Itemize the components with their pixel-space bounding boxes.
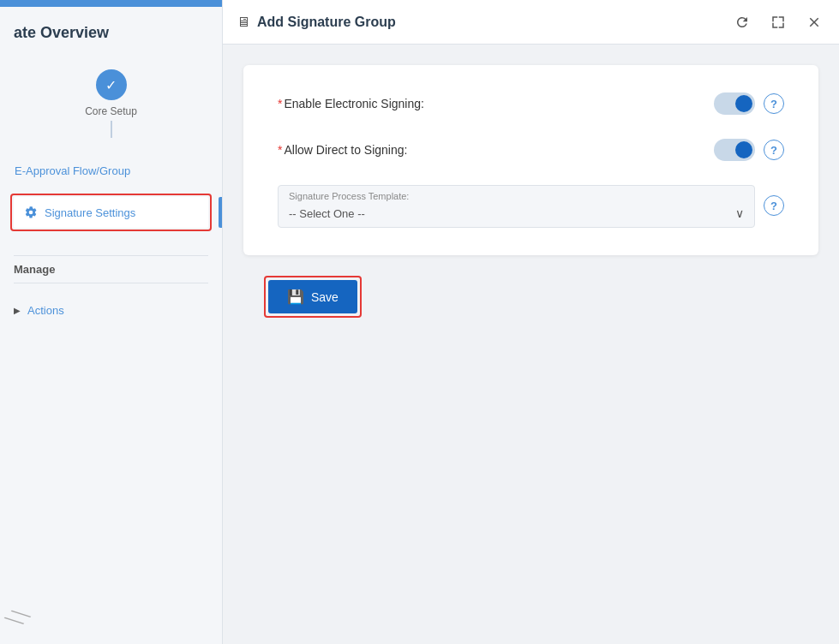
sidebar-header xyxy=(0,0,222,7)
save-button-label: Save xyxy=(311,290,339,304)
page-title: ate Overview xyxy=(0,7,222,56)
modal-title-left: 🖥 Add Signature Group xyxy=(237,15,396,30)
modal-maximize-button[interactable] xyxy=(767,11,789,33)
save-button[interactable]: 💾 Save xyxy=(268,280,357,313)
refresh-icon xyxy=(734,15,750,30)
step-label-core: Core Setup xyxy=(85,105,137,117)
modal: 🖥 Add Signature Group xyxy=(223,0,839,644)
modal-close-button[interactable] xyxy=(803,11,825,33)
chevron-down-icon: ∨ xyxy=(735,206,744,220)
modal-body: *Enable Electronic Signing: ? *Allow Dir… xyxy=(223,45,839,644)
help-icon-1[interactable]: ? xyxy=(764,93,784,114)
modal-title-actions xyxy=(731,11,825,33)
step-line xyxy=(111,121,112,138)
modal-titlebar: 🖥 Add Signature Group xyxy=(223,0,839,45)
template-dropdown-wrapper: Signature Process Template: -- Select On… xyxy=(278,185,755,228)
maximize-icon xyxy=(770,15,786,30)
required-star-2: * xyxy=(278,143,282,157)
save-icon: 💾 xyxy=(287,289,304,305)
divider-top xyxy=(14,255,208,256)
manage-section: Manage xyxy=(0,238,222,295)
required-star-1: * xyxy=(278,97,282,110)
manage-label: Manage xyxy=(14,263,208,276)
enable-electronic-signing-controls: ? xyxy=(714,92,784,115)
sidebar-item-actions[interactable]: ▶ Actions xyxy=(0,295,222,325)
allow-direct-signing-toggle[interactable] xyxy=(714,139,755,161)
toggle-thumb-2 xyxy=(735,141,752,158)
save-area: 💾 Save xyxy=(243,276,818,338)
sidebar: ate Overview ✓ Core Setup E-Approval Flo… xyxy=(0,0,223,644)
template-row: Signature Process Template: -- Select On… xyxy=(278,185,784,228)
allow-direct-signing-row: *Allow Direct to Signing: ? xyxy=(278,139,784,161)
signature-process-template-dropdown[interactable]: Signature Process Template: -- Select On… xyxy=(278,185,755,228)
allow-direct-signing-controls: ? xyxy=(714,139,784,161)
gear-icon xyxy=(24,206,38,219)
form-card: *Enable Electronic Signing: ? *Allow Dir… xyxy=(243,65,818,255)
template-dropdown-value: -- Select One -- ∨ xyxy=(279,203,754,227)
sidebar-item-signature-settings[interactable]: Signature Settings xyxy=(14,197,208,228)
save-button-wrapper: 💾 Save xyxy=(264,276,362,318)
enable-electronic-signing-toggle[interactable] xyxy=(714,92,755,115)
help-icon-3[interactable]: ? xyxy=(764,195,784,216)
toggle-track-2[interactable] xyxy=(714,139,755,161)
sidebar-item-eapproval[interactable]: E-Approval Flow/Group xyxy=(0,155,222,187)
blue-stripe xyxy=(219,197,222,228)
template-dropdown-text: -- Select One -- xyxy=(289,207,365,220)
help-icon-2[interactable]: ? xyxy=(764,140,784,160)
diagonal-lines-decoration: ╲╲ xyxy=(4,604,31,630)
enable-electronic-signing-label: *Enable Electronic Signing: xyxy=(278,97,424,110)
sidebar-item-signature-settings-label: Signature Settings xyxy=(45,206,135,219)
close-icon xyxy=(806,15,822,30)
step-circle-core: ✓ xyxy=(96,69,127,100)
allow-direct-signing-label: *Allow Direct to Signing: xyxy=(278,143,407,157)
template-dropdown-label: Signature Process Template: xyxy=(279,186,754,203)
sig-settings-outer: Signature Settings xyxy=(0,194,222,231)
divider-bottom xyxy=(14,283,208,283)
modal-refresh-button[interactable] xyxy=(731,11,753,33)
modal-title-icon: 🖥 xyxy=(237,15,250,30)
template-field: Signature Process Template: -- Select On… xyxy=(278,185,784,228)
modal-title-text: Add Signature Group xyxy=(257,15,396,30)
sig-settings-wrapper: Signature Settings xyxy=(10,194,212,231)
actions-label: Actions xyxy=(27,304,64,317)
steps-area: ✓ Core Setup xyxy=(0,56,222,155)
arrow-right-icon: ▶ xyxy=(14,306,21,315)
toggle-track-1[interactable] xyxy=(714,92,755,115)
toggle-thumb-1 xyxy=(735,95,752,112)
enable-electronic-signing-row: *Enable Electronic Signing: ? xyxy=(278,92,784,115)
